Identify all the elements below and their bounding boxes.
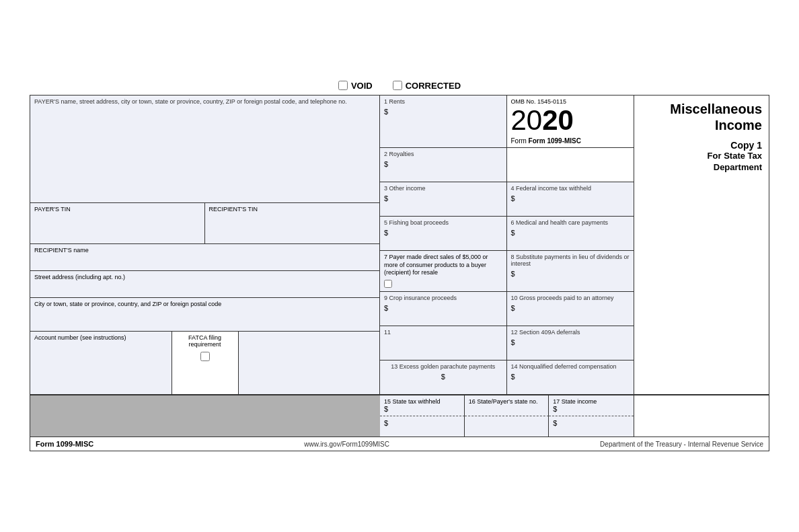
box17-row1: 17 State income $ [549,395,634,416]
form-outer: PAYER'S name, street address, city or to… [30,95,769,451]
account-row: Account number (see instructions) FATCA … [30,332,379,394]
box9-label: 9 Crop insurance proceeds [384,295,502,301]
box3-label: 3 Other income [384,185,502,192]
box2-label: 2 Royalties [384,151,502,157]
box2-row: 2 Royalties $ [380,148,634,182]
box1-dollar: $ [384,108,502,116]
state-inner-row-2: $ $ [380,416,634,436]
box13: 13 Excess golden parachute payments $ [380,360,507,394]
box15-row1: 15 State tax withheld $ [380,395,465,416]
box7-checkbox[interactable] [384,280,392,288]
form-name-display: Form Form 1099-MISC [511,137,630,145]
box5: 5 Fishing boat proceeds $ [380,217,507,250]
box2-dollar: $ [384,160,502,168]
state-inner-row-1: 15 State tax withheld $ 16 State/Payer's… [380,395,634,416]
box12-dollar: $ [511,338,630,346]
box5-dollar: $ [384,229,502,237]
right-panel: MiscellaneousIncome Copy 1 For State Tax… [634,96,769,394]
box14-dollar: $ [511,373,630,381]
form-1099-misc: VOID CORRECTED PAYER'S name, street addr… [30,81,769,451]
box7-checkbox-row [384,280,502,288]
box15-dollar2: $ [384,419,460,427]
corrected-checkbox[interactable] [393,81,402,90]
payer-name-box: PAYER'S name, street address, city or to… [30,96,379,203]
box12-label: 12 Section 409A deferrals [511,329,630,336]
box7-8-row: 7 Payer made direct sales of $5,000 or m… [380,251,634,292]
state-right-empty [634,395,769,436]
corrected-label[interactable]: CORRECTED [393,81,461,91]
tin-row: PAYER'S TIN RECIPIENT'S TIN [30,203,379,244]
copy-desc: For State TaxDepartment [641,151,762,174]
box7: 7 Payer made direct sales of $5,000 or m… [380,251,507,291]
box6-dollar: $ [511,229,630,237]
box8-dollar: $ [511,270,630,278]
box17-label: 17 State income [553,398,630,405]
form-name-bold: Form 1099-MISC [529,137,581,145]
fatca-box: FATCA filing requirement [172,332,239,394]
year-light: 20 [511,104,543,136]
copy-label: Copy 1 [641,140,762,151]
box13-dollar: $ [384,373,502,381]
recipient-name-label: RECIPIENT'S name [34,247,375,254]
box6: 6 Medical and health care payments $ [507,217,634,250]
account-label: Account number (see instructions) [34,334,167,341]
year-bold: 20 [542,104,574,136]
state-row: 15 State tax withheld $ 16 State/Payer's… [30,395,769,436]
box12: 12 Section 409A deferrals $ [507,326,634,360]
recipient-tin-label: RECIPIENT'S TIN [209,206,376,213]
footer-left: Form 1099-MISC [36,440,93,448]
footer-center: www.irs.gov/Form1099MISC [304,441,389,448]
misc-income-title: MiscellaneousIncome [641,101,762,133]
box7-label: 7 Payer made direct sales of $5,000 or m… [384,254,502,277]
box3: 3 Other income $ [380,182,507,216]
box15-row2: $ [380,416,465,436]
main-grid: PAYER'S name, street address, city or to… [30,96,769,395]
form-footer: Form 1099-MISC www.irs.gov/Form1099MISC … [30,436,769,451]
omb-area: OMB No. 1545-0115 2020 Form Form 1099-MI… [507,96,634,147]
fatca-label: FATCA filing requirement [176,334,234,348]
box9: 9 Crop insurance proceeds $ [380,292,507,326]
year-display: 2020 [511,105,630,136]
box14-label: 14 Nonqualified deferred compensation [511,363,630,370]
box16-label: 16 State/Payer's state no. [469,398,545,405]
box1: 1 Rents $ [380,96,507,147]
box13-14-row: 13 Excess golden parachute payments $ 14… [380,360,634,394]
box17-row2: $ [549,416,634,436]
box10: 10 Gross proceeds paid to an attorney $ [507,292,634,326]
box3-dollar: $ [384,194,502,202]
box5-6-row: 5 Fishing boat proceeds $ 6 Medical and … [380,217,634,251]
box8-label: 8 Substitute payments in lieu of dividen… [511,254,630,267]
footer-form-name: 1099-MISC [56,440,94,448]
box15-dollar1: $ [384,405,460,413]
box13-label: 13 Excess golden parachute payments [384,363,502,370]
void-checkbox[interactable] [338,81,348,90]
payer-section: PAYER'S name, street address, city or to… [30,96,380,394]
box10-label: 10 Gross proceeds paid to an attorney [511,295,630,301]
box3-4-row: 3 Other income $ 4 Federal income tax wi… [380,182,634,217]
payer-name-label: PAYER'S name, street address, city or to… [34,98,375,105]
box17-dollar2: $ [553,419,630,427]
box1-label: 1 Rents [384,98,502,105]
box16-row1: 16 State/Payer's state no. [465,395,549,416]
misc-title-area [507,148,634,182]
footer-right: Department of the Treasury - Internal Re… [600,441,763,448]
recipient-tin-box: RECIPIENT'S TIN [205,203,380,243]
void-label[interactable]: VOID [338,81,373,91]
box10-dollar: $ [511,304,630,312]
extra-account-box [239,332,380,394]
top-checkboxes: VOID CORRECTED [30,81,769,91]
box4: 4 Federal income tax withheld $ [507,182,634,216]
street-box: Street address (including apt. no.) [30,271,379,298]
payer-tin-box: PAYER'S TIN [30,203,205,243]
fatca-checkbox[interactable] [200,352,210,361]
box14: 14 Nonqualified deferred compensation $ [507,360,634,394]
box6-label: 6 Medical and health care payments [511,219,630,226]
box11-label: 11 [384,329,502,336]
income-boxes: 1 Rents $ OMB No. 1545-0115 2020 Form Fo… [380,96,634,394]
box4-dollar: $ [511,194,630,202]
city-box: City or town, state or province, country… [30,298,379,332]
city-label: City or town, state or province, country… [34,301,375,307]
state-gray [30,395,380,436]
box9-10-row: 9 Crop insurance proceeds $ 10 Gross pro… [380,292,634,326]
payer-tin-label: PAYER'S TIN [34,206,200,213]
